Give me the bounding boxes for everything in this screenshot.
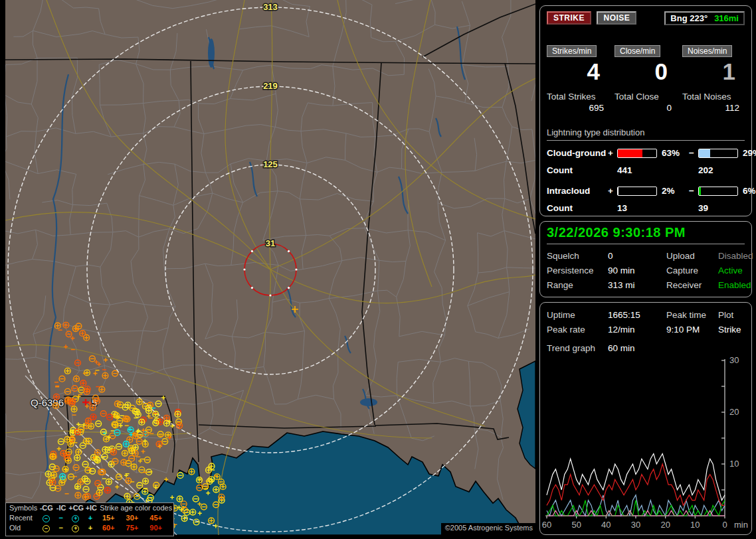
persistence-label: Persistence xyxy=(547,266,608,275)
legend-recent-row: Recent − − + + 15+ 30+ 45+ xyxy=(6,513,173,523)
age-15: 15+ xyxy=(102,513,126,523)
plot-mode-value: Strike xyxy=(718,325,745,335)
cg-count-label: Count xyxy=(547,165,608,175)
age-60: 60+ xyxy=(102,523,126,533)
strike-button[interactable]: STRIKE xyxy=(547,11,591,25)
capture-status: Active xyxy=(718,266,753,275)
persistence-value: 90 min xyxy=(608,266,666,275)
legend-old-row: Old − − + + 60+ 75+ 90+ xyxy=(6,523,173,533)
trend-axes xyxy=(545,359,725,518)
upload-label: Upload xyxy=(666,251,718,261)
noises-per-min-chip[interactable]: Noises/min xyxy=(682,45,732,57)
peak-rate-label: Peak rate xyxy=(547,325,608,335)
recent-neg-cg-icon: − xyxy=(39,513,53,523)
legend-recent-label: Recent xyxy=(9,513,39,523)
legend-header-row: Symbols -CG -IC +CG +IC Strike age color… xyxy=(6,503,173,513)
uptime-label: Uptime xyxy=(547,310,608,320)
legend-old-label: Old xyxy=(9,523,39,533)
svg-text:10: 10 xyxy=(690,520,700,530)
svg-text:20: 20 xyxy=(660,520,670,530)
ring-label-219: 219 xyxy=(263,81,278,91)
age-75: 75+ xyxy=(126,523,150,533)
copyright-notice: ©2005 Astrogenic Systems xyxy=(441,523,535,535)
capture-label: Capture xyxy=(666,266,718,275)
svg-text:30: 30 xyxy=(631,520,640,530)
receiver-status: Enabled xyxy=(718,280,753,290)
trend-series-intracloud xyxy=(547,501,725,516)
bearing-distance: 316mi xyxy=(714,13,739,23)
trend-label-row: Trend graph 60 min xyxy=(547,343,745,353)
ic-negative-bar xyxy=(698,187,738,196)
cg-negative-bar xyxy=(698,149,738,158)
map-canvas: 31321912531Q-63965 xyxy=(5,0,535,535)
svg-text:30: 30 xyxy=(729,355,739,365)
trend-graph: 3020106050403020100min xyxy=(541,353,750,532)
recent-pos-cg-icon: + xyxy=(68,513,83,523)
noise-button[interactable]: NOISE xyxy=(597,11,636,25)
ring-label-313: 313 xyxy=(263,2,278,12)
old-neg-ic-icon: − xyxy=(54,523,68,533)
minus-sign: − xyxy=(689,148,698,158)
bearing-indicator: Bng 223°316mi xyxy=(664,11,745,25)
upload-status: Disabled xyxy=(718,251,753,261)
legend-neg-ic-label: -IC xyxy=(54,503,68,513)
old-pos-ic-icon: + xyxy=(83,523,98,533)
intracloud-count-row: Count 13 39 xyxy=(547,203,745,213)
total-close-label: Total Close xyxy=(614,92,677,102)
app-window: 31321912531Q-63965 Symbols -CG -IC +CG +… xyxy=(0,0,756,539)
plus-sign: + xyxy=(608,186,617,196)
ic-positive-count: 13 xyxy=(617,203,658,213)
recent-neg-ic-icon: − xyxy=(54,513,68,523)
trend-box: Uptime 1665:15 Peak time Plot Peak rate … xyxy=(539,302,752,535)
old-neg-cg-icon: − xyxy=(39,523,53,533)
info-grid: Uptime 1665:15 Peak time Plot Peak rate … xyxy=(547,310,745,335)
svg-text:20: 20 xyxy=(729,407,739,417)
peak-time-value: 9:10 PM xyxy=(666,325,718,335)
total-noises-value: 112 xyxy=(682,103,745,113)
squelch-value: 0 xyxy=(608,251,666,261)
trend-graph-value: 60 min xyxy=(608,343,666,353)
plus-sign: + xyxy=(608,148,617,158)
age-90: 90+ xyxy=(149,523,173,533)
svg-text:50: 50 xyxy=(571,520,581,530)
close-per-min-chip[interactable]: Close/min xyxy=(614,45,660,57)
counters-box: STRIKE NOISE Bng 223°316mi Strikes/min C… xyxy=(539,5,752,216)
close-per-min-value: 0 xyxy=(614,58,677,85)
strikes-per-min-chip[interactable]: Strikes/min xyxy=(547,45,597,57)
strikes-per-min-value: 4 xyxy=(547,58,609,85)
datetime-display: 3/22/2026 9:30:18 PM xyxy=(547,225,745,244)
svg-text:40: 40 xyxy=(601,520,611,530)
ring-label-125: 125 xyxy=(263,159,278,169)
map-legend: Symbols -CG -IC +CG +IC Strike age color… xyxy=(5,502,174,536)
svg-text:0: 0 xyxy=(722,520,727,530)
distribution-title: Lightning type distribution xyxy=(547,127,745,141)
cloud-ground-row: Cloud-ground + 63% − 29% xyxy=(547,148,745,158)
status-panel: STRIKE NOISE Bng 223°316mi Strikes/min C… xyxy=(539,0,756,539)
peak-time-label: Peak time xyxy=(666,310,718,320)
cg-positive-bar xyxy=(617,149,657,158)
recent-pos-ic-icon: + xyxy=(83,513,98,523)
legend-symbols-label: Symbols xyxy=(9,503,39,513)
svg-text:60: 60 xyxy=(542,520,551,530)
ic-count-label: Count xyxy=(547,203,608,213)
legend-neg-cg-label: -CG xyxy=(39,503,54,513)
uptime-value: 1665:15 xyxy=(608,310,666,320)
rate-counters: Strikes/min Close/min Noises/min 4 0 1 T… xyxy=(547,44,745,113)
range-label: Range xyxy=(547,280,608,290)
legend-age-header: Strike age color codes xyxy=(99,503,174,513)
cg-positive-pct: 63% xyxy=(658,148,689,158)
ic-positive-bar xyxy=(617,187,657,196)
cloud-ground-label: Cloud-ground xyxy=(547,148,608,158)
lightning-map[interactable]: 31321912531Q-63965 Symbols -CG -IC +CG +… xyxy=(5,0,535,535)
cg-negative-pct: 29% xyxy=(739,148,756,158)
noises-per-min-value: 1 xyxy=(682,58,745,85)
trend-graph-label: Trend graph xyxy=(547,343,608,353)
clock-status-box: 3/22/2026 9:30:18 PM Squelch 0 Upload Di… xyxy=(539,221,752,297)
squelch-label: Squelch xyxy=(547,251,608,261)
cloud-ground-count-row: Count 441 202 xyxy=(547,165,745,175)
range-value: 313 mi xyxy=(608,280,666,290)
bearing-value: Bng 223° xyxy=(670,13,708,23)
age-30: 30+ xyxy=(126,513,150,523)
status-grid: Squelch 0 Upload Disabled Persistence 90… xyxy=(547,251,745,290)
plot-label: Plot xyxy=(718,310,745,320)
